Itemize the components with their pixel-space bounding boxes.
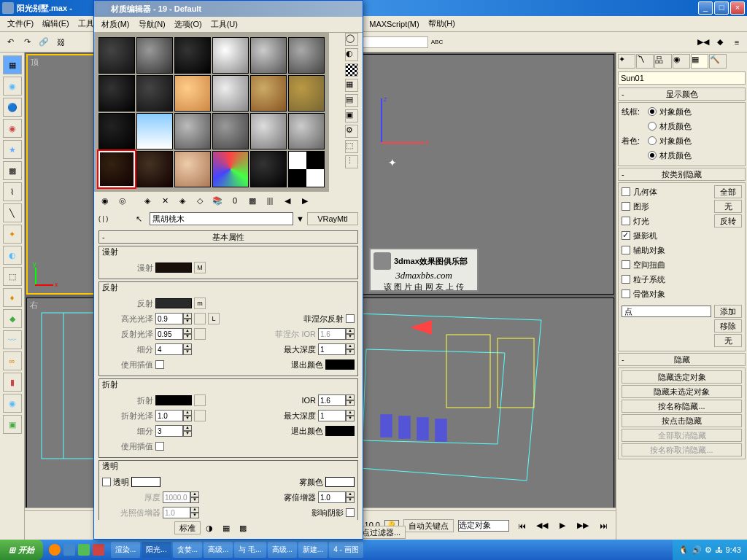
tray-icon[interactable]: 🐧 — [678, 545, 689, 555]
reflect-subdivs-spinner[interactable]: ▲▼ — [155, 343, 192, 355]
hide-by-cat-header[interactable]: 按类别隐藏 — [618, 168, 746, 181]
sphere-icon[interactable]: 🔵 — [3, 98, 22, 117]
wireframe-objcolor-radio[interactable] — [648, 107, 657, 116]
shaded-matcolor-radio[interactable] — [648, 151, 657, 160]
material-slot[interactable] — [136, 151, 173, 187]
material-slot[interactable] — [174, 151, 211, 187]
category-list[interactable]: 点 — [622, 306, 711, 317]
refract-interp-checkbox[interactable] — [155, 442, 164, 451]
next-frame-icon[interactable]: ▶▶ — [575, 518, 591, 534]
make-copy-icon[interactable]: ◈ — [174, 192, 190, 209]
grid2-icon[interactable]: ▩ — [235, 520, 251, 536]
put-to-scene-icon[interactable]: ◎ — [115, 192, 131, 209]
get-material-icon[interactable]: ◉ — [97, 192, 113, 209]
material-name-input[interactable] — [150, 212, 293, 225]
task-item[interactable]: 高级... — [204, 542, 233, 558]
light-mult-spinner[interactable]: ▲▼ — [163, 507, 199, 518]
material-slot[interactable] — [250, 151, 287, 187]
material-slot[interactable] — [98, 75, 135, 112]
utilities-tab-icon[interactable]: 🔨 — [709, 54, 727, 69]
tool-icon[interactable]: ▮ — [3, 373, 22, 392]
undo-button[interactable]: ↶ — [2, 34, 18, 50]
layers-icon[interactable]: ≡ — [729, 34, 745, 50]
material-slot[interactable] — [212, 37, 249, 74]
material-type-button[interactable]: VRayMtl — [307, 212, 358, 225]
material-slot[interactable] — [288, 151, 325, 187]
select-by-mat-icon[interactable]: ⬚ — [345, 140, 358, 153]
map-button[interactable] — [194, 328, 206, 340]
quick-launch-icon[interactable] — [49, 544, 61, 556]
mat-menu-material[interactable]: 材质(M) — [97, 18, 134, 31]
task-item[interactable]: 与 毛... — [234, 542, 266, 558]
invert-button[interactable]: 反转 — [714, 214, 742, 228]
hide-unselected-button[interactable]: 隐藏未选定对象 — [622, 385, 742, 398]
shapes-checkbox[interactable] — [622, 202, 630, 211]
grid-icon[interactable]: ▦ — [218, 520, 234, 536]
menu-help[interactable]: 帮助(H) — [424, 17, 460, 31]
ior-spinner[interactable]: ▲▼ — [318, 394, 355, 406]
tool-icon[interactable]: ╲ — [3, 203, 22, 222]
goto-start-icon[interactable]: ⏮ — [514, 518, 530, 534]
refl-gloss-spinner[interactable]: ▲▼ — [155, 328, 192, 340]
material-slot[interactable] — [250, 75, 287, 112]
spacewarps-checkbox[interactable] — [622, 260, 630, 269]
start-button[interactable]: ⊞开始 — [0, 540, 43, 560]
maximize-button[interactable]: □ — [714, 1, 729, 15]
tool-icon[interactable]: ◉ — [3, 77, 22, 96]
particles-checkbox[interactable] — [622, 275, 630, 284]
translucent-checkbox[interactable] — [102, 478, 111, 486]
quick-launch-icon[interactable] — [93, 544, 104, 556]
auto-key-button[interactable]: 自动关键点 — [403, 519, 454, 532]
minimize-button[interactable]: _ — [698, 1, 713, 15]
task-item[interactable]: 高级... — [268, 542, 297, 558]
refract-color-swatch[interactable] — [155, 395, 192, 405]
close-button[interactable]: × — [730, 1, 745, 15]
mat-menu-nav[interactable]: 导航(N) — [134, 18, 170, 31]
task-item[interactable]: 阳光... — [142, 542, 171, 558]
modify-tab-icon[interactable]: 〽 — [636, 54, 654, 69]
tool-icon[interactable]: ◉ — [3, 119, 22, 138]
menu-script[interactable]: MAXScript(M) — [365, 18, 423, 30]
put-to-lib-icon[interactable]: 📚 — [209, 192, 225, 209]
material-slot[interactable] — [174, 113, 211, 149]
shaded-objcolor-radio[interactable] — [648, 136, 657, 145]
material-slot[interactable] — [212, 113, 249, 149]
task-item[interactable]: 渲染... — [111, 542, 140, 558]
assign-to-sel-icon[interactable]: ◈ — [139, 192, 155, 209]
unlink-button[interactable]: ⛓ — [53, 34, 69, 50]
wireframe-matcolor-radio[interactable] — [648, 122, 657, 131]
material-slot[interactable] — [212, 151, 249, 187]
material-slot[interactable] — [136, 113, 173, 149]
tool-icon[interactable]: ⬚ — [3, 267, 22, 286]
refract-subdivs-spinner[interactable]: ▲▼ — [155, 425, 192, 437]
task-item[interactable]: 贪婪... — [173, 542, 202, 558]
link-button[interactable]: 🔗 — [36, 34, 52, 50]
refract-gloss-spinner[interactable]: ▲▼ — [155, 410, 192, 421]
helpers-checkbox[interactable] — [622, 246, 630, 254]
quick-launch-icon[interactable] — [78, 544, 90, 556]
prev-frame-icon[interactable]: ◀◀ — [534, 518, 550, 534]
tray-icon[interactable]: 🔊 — [692, 545, 702, 555]
reflect-exit-color-swatch[interactable] — [325, 359, 355, 370]
hide-by-name-button[interactable]: 按名称隐藏... — [622, 400, 742, 413]
motion-tab-icon[interactable]: ◉ — [673, 54, 690, 69]
hide-header[interactable]: 隐藏 — [618, 353, 746, 366]
tool-icon[interactable]: ◆ — [3, 309, 22, 328]
show-end-result-icon[interactable]: ||| — [262, 192, 278, 209]
hide-selected-button[interactable]: 隐藏选定对象 — [622, 370, 742, 384]
bones-checkbox[interactable] — [622, 289, 630, 298]
material-slot[interactable] — [288, 37, 325, 74]
mat-id-icon[interactable]: 0 — [227, 192, 243, 209]
key-mode-dropdown[interactable] — [458, 520, 509, 532]
reset-map-icon[interactable]: ✕ — [157, 192, 173, 209]
make-unique-icon[interactable]: ◇ — [192, 192, 208, 209]
tab-panel-icon[interactable]: ▦ — [3, 55, 22, 74]
fog-mult-spinner[interactable]: ▲▼ — [318, 491, 355, 503]
unhide-all-button[interactable]: 全部取消隐藏 — [622, 429, 742, 442]
diffuse-color-swatch[interactable] — [155, 262, 192, 273]
fresnel-checkbox[interactable] — [346, 314, 355, 323]
quick-launch-icon[interactable] — [63, 544, 75, 556]
sample-uv-icon[interactable]: ▦ — [345, 79, 358, 92]
map-button[interactable] — [194, 394, 206, 406]
unhide-by-name-button[interactable]: 按名称取消隐藏... — [622, 443, 742, 456]
